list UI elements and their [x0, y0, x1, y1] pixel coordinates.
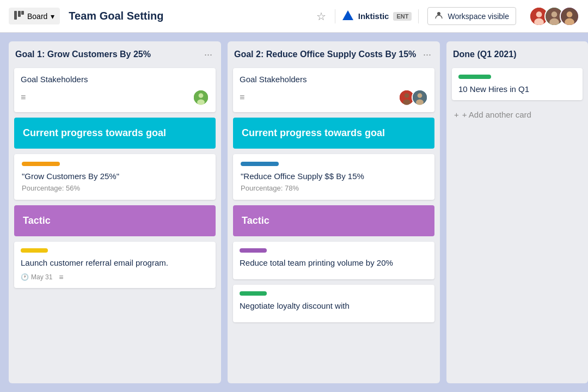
board-label: Board	[27, 12, 47, 21]
column-goal1: Goal 1: Grow Customers By 25% ··· Goal S…	[9, 41, 221, 383]
tactic-text-2a: Reduce total team printing volume by 20%	[240, 258, 428, 267]
inktistic-logo: Inktistic ENT	[335, 9, 419, 23]
progress-color-label-2: Current progress towards goal	[242, 127, 385, 138]
progress-pct-1: Pourcentage: 56%	[22, 184, 208, 192]
svg-point-21	[418, 93, 422, 98]
header: Board ▾ Team Goal Setting ☆ Inktistic EN…	[0, 0, 588, 33]
lines-icon: ≡	[21, 93, 26, 102]
svg-rect-0	[14, 11, 17, 20]
tactic-color-card-1[interactable]: Tactic	[14, 205, 216, 236]
column-title-done: Done (Q1 2021)	[453, 49, 516, 60]
done-bar	[458, 75, 491, 79]
tactic-detail-card-1[interactable]: Launch customer referral email program. …	[14, 242, 216, 288]
column-done: Done (Q1 2021) 10 New Hires in Q1 + + Ad…	[446, 41, 588, 383]
add-card-button[interactable]: + + Add another card	[452, 106, 583, 124]
workspace-button[interactable]: Workspace visible	[427, 7, 516, 25]
progress-color-card-2[interactable]: Current progress towards goal	[233, 118, 434, 149]
done-card[interactable]: 10 New Hires in Q1	[452, 68, 583, 100]
card-meta-2: ≡	[240, 89, 428, 106]
svg-rect-2	[21, 11, 24, 15]
svg-marker-3	[342, 10, 353, 20]
progress-pct-2: Pourcentage: 78%	[241, 184, 427, 192]
page-title: Team Goal Setting	[69, 10, 307, 22]
svg-point-18	[405, 93, 409, 98]
logo-name: Inktistic	[358, 11, 389, 21]
add-card-label: + Add another card	[462, 110, 531, 119]
progress-detail-card-2[interactable]: "Reduce Office Supply $$ By 15% Pourcent…	[233, 154, 434, 200]
stakeholders-title-2: Goal Stakeholders	[240, 75, 428, 84]
inktistic-triangle-icon	[342, 9, 354, 23]
svg-point-10	[549, 18, 559, 26]
progress-detail-card-1[interactable]: "Grow Customers By 25%" Pourcentage: 56%	[14, 154, 216, 200]
column-menu-button-2[interactable]: ···	[421, 49, 433, 60]
star-button[interactable]: ☆	[316, 10, 326, 23]
user-avatars	[529, 7, 579, 26]
tactic-bar-1	[21, 248, 48, 253]
progress-bar-2	[241, 162, 279, 166]
card-avatar	[193, 89, 209, 106]
svg-point-15	[199, 93, 204, 98]
person-icon	[434, 11, 443, 21]
svg-point-4	[437, 12, 440, 15]
svg-rect-1	[18, 11, 21, 17]
tactic-lines-icon-1: ≡	[59, 273, 63, 281]
progress-color-card-1[interactable]: Current progress towards goal	[14, 118, 216, 149]
column-header-goal2: Goal 2: Reduce Office Supply Costs By 15…	[233, 47, 434, 63]
tactic-bar-2b	[240, 291, 267, 296]
progress-color-label-1: Current progress towards goal	[23, 127, 166, 138]
card-avatars-2	[399, 89, 428, 106]
tactic-date-text-1: May 31	[31, 273, 52, 281]
card-avatar-2b	[412, 89, 428, 106]
board-grid-icon	[14, 11, 24, 21]
stakeholders-card-2[interactable]: Goal Stakeholders ≡	[233, 68, 434, 112]
card-avatars-1	[193, 89, 209, 106]
svg-point-22	[416, 99, 424, 105]
progress-text-2: "Reduce Office Supply $$ By 15%	[241, 171, 427, 181]
board: Goal 1: Grow Customers By 25% ··· Goal S…	[0, 33, 588, 392]
svg-point-7	[534, 18, 544, 26]
svg-point-13	[565, 18, 574, 26]
clock-icon: 🕐	[21, 273, 29, 281]
plus-icon: +	[454, 110, 459, 119]
tactic-detail-card-2b[interactable]: Negotiate loyalty discount with	[233, 285, 434, 322]
board-button[interactable]: Board ▾	[9, 8, 60, 24]
stakeholders-title-1: Goal Stakeholders	[21, 75, 209, 84]
column-header-goal1: Goal 1: Grow Customers By 25% ···	[14, 47, 216, 63]
tactic-bar-2a	[240, 248, 267, 253]
svg-point-16	[197, 99, 205, 105]
svg-point-19	[403, 99, 411, 105]
card-meta-1: ≡	[21, 89, 209, 106]
chevron-down-icon: ▾	[51, 12, 54, 21]
tactic-date-1: 🕐 May 31	[21, 273, 52, 281]
column-menu-button[interactable]: ···	[202, 49, 215, 60]
tactic-color-label-1: Tactic	[23, 215, 51, 226]
tactic-footer-1: 🕐 May 31 ≡	[21, 273, 209, 281]
column-title-goal2: Goal 2: Reduce Office Supply Costs By 15…	[234, 49, 416, 60]
svg-point-9	[552, 11, 558, 17]
stakeholders-card-1[interactable]: Goal Stakeholders ≡	[14, 68, 216, 112]
tactic-color-label-2: Tactic	[242, 215, 270, 226]
lines-icon-2: ≡	[240, 93, 244, 102]
ent-badge: ENT	[393, 12, 412, 21]
tactic-text-2b: Negotiate loyalty discount with	[240, 301, 428, 310]
avatar[interactable]	[560, 7, 579, 26]
tactic-detail-card-2a[interactable]: Reduce total team printing volume by 20%	[233, 242, 434, 279]
tactic-text-1: Launch customer referral email program.	[21, 258, 209, 267]
column-header-done: Done (Q1 2021)	[452, 47, 583, 63]
column-goal2: Goal 2: Reduce Office Supply Costs By 15…	[228, 41, 440, 383]
progress-bar-1	[22, 162, 60, 166]
svg-point-12	[567, 11, 573, 17]
done-card-title: 10 New Hires in Q1	[458, 84, 576, 94]
tactic-color-card-2[interactable]: Tactic	[233, 205, 434, 236]
svg-point-6	[536, 11, 542, 17]
progress-text-1: "Grow Customers By 25%"	[22, 171, 208, 181]
workspace-label: Workspace visible	[448, 12, 509, 21]
column-title-goal1: Goal 1: Grow Customers By 25%	[15, 49, 151, 60]
